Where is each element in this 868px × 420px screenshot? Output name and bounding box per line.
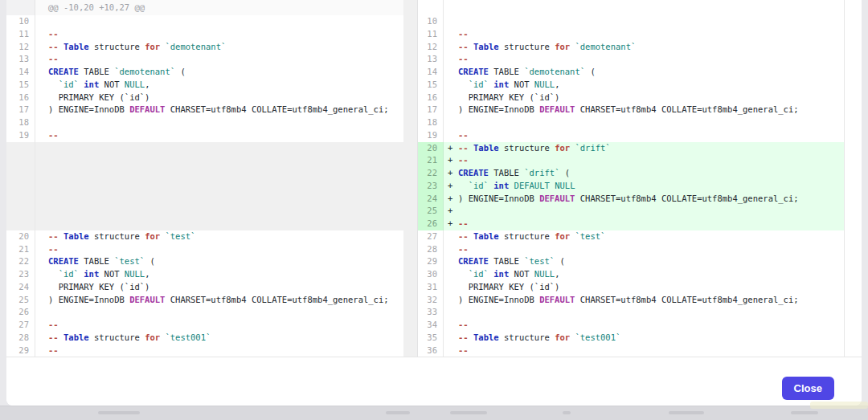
diff-row xyxy=(6,167,403,180)
background-artifact xyxy=(810,402,868,409)
diff-marker xyxy=(448,230,458,243)
code-line: -- Table structure for `test001` xyxy=(35,332,403,345)
line-number: 19 xyxy=(418,129,444,142)
diff-marker: + xyxy=(448,193,458,206)
code-line xyxy=(35,116,403,129)
diff-added-row: 23+ `id` int DEFAULT NULL xyxy=(418,180,844,193)
line-number: 23 xyxy=(418,180,444,193)
code-line: +-- xyxy=(444,218,844,230)
diff-added-row: 25+ xyxy=(418,205,844,218)
code-line: -- xyxy=(444,129,844,142)
dimmed-background-page xyxy=(0,406,868,420)
line-number: 16 xyxy=(6,92,35,104)
code-line xyxy=(35,193,403,206)
line-number: 26 xyxy=(418,218,444,230)
diff-marker xyxy=(448,15,458,28)
line-number: 25 xyxy=(6,294,35,307)
line-number: 24 xyxy=(6,281,35,294)
line-number: 10 xyxy=(418,15,444,28)
code-line xyxy=(35,218,403,230)
line-number: 14 xyxy=(418,66,444,79)
diff-row: 14CREATE TABLE `demotenant` ( xyxy=(6,66,403,79)
code-line: ) ENGINE=InnoDB DEFAULT CHARSET=utf8mb4 … xyxy=(35,104,403,116)
diff-marker: + xyxy=(448,218,458,230)
code-line xyxy=(444,116,844,129)
code-line: -- xyxy=(35,53,403,66)
line-number: 22 xyxy=(418,167,444,180)
background-artifact xyxy=(386,411,410,414)
line-number xyxy=(6,193,35,206)
code-line: CREATE TABLE `demotenant` ( xyxy=(444,66,844,79)
line-number: 33 xyxy=(418,306,444,319)
code-line: +-- xyxy=(444,154,844,167)
background-artifact xyxy=(669,411,704,414)
line-number: 11 xyxy=(6,28,35,41)
diff-row: 19-- xyxy=(6,129,403,142)
diff-row: 12-- Table structure for `demotenant` xyxy=(6,41,403,54)
diff-row: 16 PRIMARY KEY (`id`) xyxy=(6,92,403,104)
line-number: 13 xyxy=(418,53,444,66)
code-line: ) ENGINE=InnoDB DEFAULT CHARSET=utf8mb4 … xyxy=(444,294,844,307)
code-line: -- xyxy=(444,28,844,41)
diff-row: 19 -- xyxy=(418,129,844,142)
code-line xyxy=(35,15,403,28)
line-number: 29 xyxy=(6,345,35,357)
diff-row: 35 -- Table structure for `test001` xyxy=(418,332,844,345)
code-line: + xyxy=(444,205,844,218)
diff-marker xyxy=(448,268,458,281)
code-line: `id` int NOT NULL, xyxy=(444,79,844,92)
line-number xyxy=(6,167,35,180)
diff-row: 26 xyxy=(6,306,403,319)
diff-row: 34 -- xyxy=(418,319,844,332)
diff-pane-divider xyxy=(403,0,418,357)
diff-added-row: 26+-- xyxy=(418,218,844,230)
diff-row: 32 ) ENGINE=InnoDB DEFAULT CHARSET=utf8m… xyxy=(418,294,844,307)
diff-row: 31 PRIMARY KEY (`id`) xyxy=(418,281,844,294)
code-line: ) ENGINE=InnoDB DEFAULT CHARSET=utf8mb4 … xyxy=(444,104,844,116)
line-number: 17 xyxy=(418,104,444,116)
line-number: 11 xyxy=(418,28,444,41)
line-number: 21 xyxy=(6,243,35,256)
code-line: -- xyxy=(35,28,403,41)
code-line: -- Table structure for `test` xyxy=(444,230,844,243)
diff-row xyxy=(6,180,403,193)
line-number: 10 xyxy=(6,15,35,28)
line-number xyxy=(6,218,35,230)
line-number xyxy=(6,142,35,155)
diff-row: 15 `id` int NOT NULL, xyxy=(418,79,844,92)
line-number xyxy=(418,0,444,15)
line-number: 14 xyxy=(6,66,35,79)
code-line: -- xyxy=(444,319,844,332)
code-line: -- xyxy=(35,243,403,256)
line-number: 27 xyxy=(418,230,444,243)
diff-row: 29-- xyxy=(6,345,403,357)
diff-row xyxy=(6,154,403,167)
close-button[interactable]: Close xyxy=(782,377,834,400)
code-line: @@ -10,20 +10,27 @@ xyxy=(35,0,403,15)
diff-left-pane: @@ -10,20 +10,27 @@1011--12-- Table stru… xyxy=(6,0,403,357)
line-number: 19 xyxy=(6,129,35,142)
diff-marker xyxy=(448,116,458,129)
line-number: 15 xyxy=(418,79,444,92)
diff-viewer[interactable]: @@ -10,20 +10,27 @@1011--12-- Table stru… xyxy=(6,0,862,357)
code-line: -- xyxy=(444,53,844,66)
line-number: 22 xyxy=(6,255,35,268)
code-line: CREATE TABLE `test` ( xyxy=(35,255,403,268)
diff-row: 30 `id` int NOT NULL, xyxy=(418,268,844,281)
line-number: 29 xyxy=(418,255,444,268)
diff-marker xyxy=(448,53,458,66)
code-line xyxy=(444,306,844,319)
diff-marker xyxy=(448,129,458,142)
diff-row: 28 -- xyxy=(418,243,844,256)
background-artifact xyxy=(563,411,571,414)
diff-row: 18 xyxy=(6,116,403,129)
code-line: `id` int NOT NULL, xyxy=(444,268,844,281)
diff-row: 16 PRIMARY KEY (`id`) xyxy=(418,92,844,104)
line-number: 30 xyxy=(418,268,444,281)
code-line: `id` int NOT NULL, xyxy=(35,268,403,281)
diff-row xyxy=(418,0,844,15)
code-line: ) ENGINE=InnoDB DEFAULT CHARSET=utf8mb4 … xyxy=(35,294,403,307)
line-number: 23 xyxy=(6,268,35,281)
code-line: -- xyxy=(35,129,403,142)
diff-row: 33 xyxy=(418,306,844,319)
